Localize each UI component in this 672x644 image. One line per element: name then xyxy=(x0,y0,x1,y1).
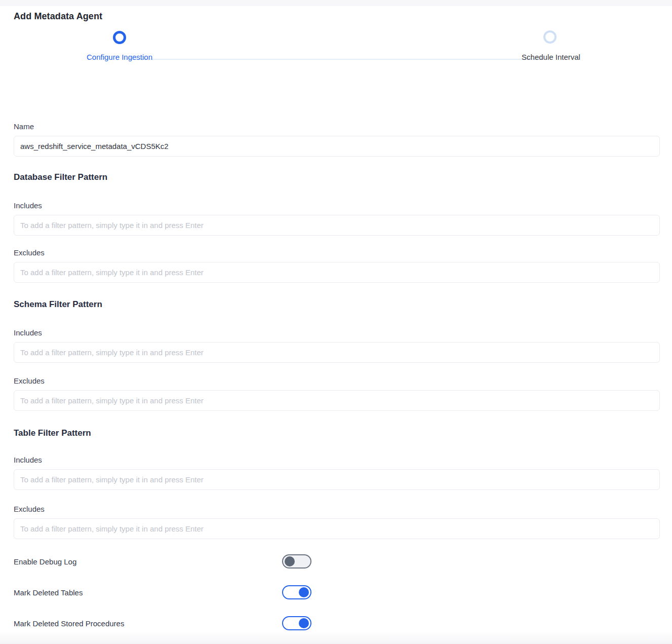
schema-includes-label: Includes xyxy=(14,328,660,338)
section-heading-database-filter: Database Filter Pattern xyxy=(14,172,660,183)
step-label-configure-ingestion: Configure Ingestion xyxy=(59,52,180,62)
database-includes-label: Includes xyxy=(14,201,660,211)
enable-debug-log-toggle[interactable] xyxy=(282,554,311,569)
add-metadata-agent-page: Add Metadata Agent Configure Ingestion S… xyxy=(0,0,672,644)
mark-deleted-stored-procedures-label: Mark Deleted Stored Procedures xyxy=(14,619,282,628)
table-excludes-label: Excludes xyxy=(14,504,660,514)
step-label-schedule-interval: Schedule Interval xyxy=(490,52,612,62)
mark-deleted-stored-procedures-toggle[interactable] xyxy=(282,616,311,630)
step-circle-active-icon xyxy=(113,31,126,44)
enable-debug-log-label: Enable Debug Log xyxy=(14,557,282,566)
mark-deleted-tables-row: Mark Deleted Tables xyxy=(14,585,660,599)
schema-excludes-label: Excludes xyxy=(14,376,660,386)
table-excludes-input[interactable] xyxy=(14,518,660,539)
toggle-knob-icon xyxy=(285,556,295,566)
schema-includes-input[interactable] xyxy=(14,342,660,363)
page-title: Add Metadata Agent xyxy=(14,10,660,22)
database-excludes-input[interactable] xyxy=(14,262,660,283)
page-background-strip xyxy=(0,0,672,6)
toggle-knob-icon xyxy=(299,587,309,597)
table-includes-label: Includes xyxy=(14,455,660,465)
schema-excludes-input[interactable] xyxy=(14,390,660,411)
stepper-connector-line xyxy=(126,59,543,60)
toggle-knob-icon xyxy=(299,618,309,628)
name-field-label: Name xyxy=(14,122,660,132)
wizard-stepper: Configure Ingestion Schedule Interval xyxy=(0,22,672,63)
database-excludes-label: Excludes xyxy=(14,248,660,258)
section-heading-schema-filter: Schema Filter Pattern xyxy=(14,299,660,310)
mark-deleted-tables-label: Mark Deleted Tables xyxy=(14,588,282,597)
step-circle-pending-icon xyxy=(543,30,557,44)
panel-bottom-fade xyxy=(0,632,672,644)
mark-deleted-tables-toggle[interactable] xyxy=(282,585,311,599)
name-input[interactable] xyxy=(14,136,660,157)
table-includes-input[interactable] xyxy=(14,469,660,490)
mark-deleted-stored-procedures-row: Mark Deleted Stored Procedures xyxy=(14,616,660,630)
section-heading-table-filter: Table Filter Pattern xyxy=(14,428,660,439)
database-includes-input[interactable] xyxy=(14,215,660,236)
wizard-panel: Add Metadata Agent Configure Ingestion S… xyxy=(0,6,672,644)
enable-debug-log-row: Enable Debug Log xyxy=(14,554,660,569)
ingestion-config-form: Name Database Filter Pattern Includes Ex… xyxy=(14,122,660,630)
